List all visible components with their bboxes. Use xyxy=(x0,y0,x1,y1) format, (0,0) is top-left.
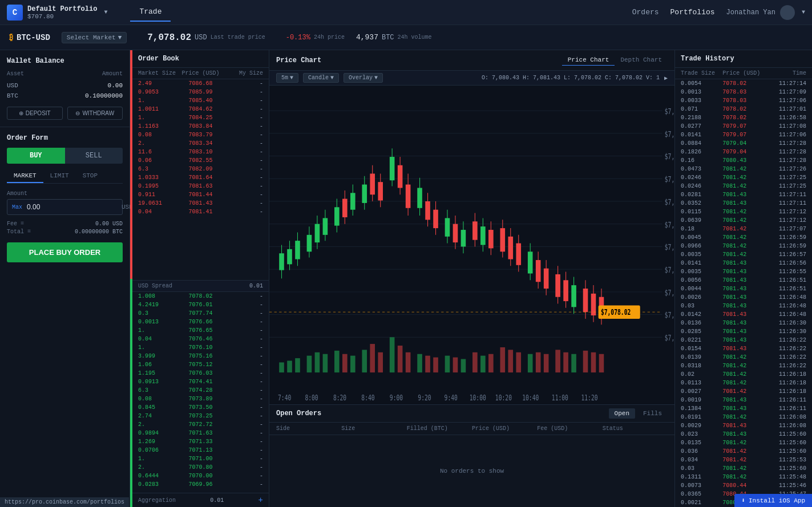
buy-order-row[interactable]: 4.2419 7076.01 - xyxy=(132,301,269,309)
sell-order-row[interactable]: 0.911 7081.44 - xyxy=(132,190,269,199)
sell-order-row[interactable]: 6.3 7082.09 - xyxy=(132,165,269,173)
svg-rect-117 xyxy=(480,356,486,372)
order-type-limit[interactable]: LIMIT xyxy=(43,169,76,183)
svg-rect-98 xyxy=(307,356,312,372)
agg-plus-btn[interactable]: + xyxy=(258,496,263,505)
sell-order-row[interactable]: 0.06 7082.55 - xyxy=(132,156,269,165)
trade-time: 11:26:18 xyxy=(765,380,806,386)
sell-order-row[interactable]: 1.0333 7081.64 - xyxy=(132,173,269,182)
user-avatar[interactable] xyxy=(780,5,795,20)
buy-price: 7076.10 xyxy=(180,344,221,351)
withdraw-btn[interactable]: ⊖ WITHDRAW xyxy=(67,107,123,120)
buy-order-row[interactable]: 2.74 7073.25 - xyxy=(132,412,269,420)
sell-my-size: - xyxy=(221,209,263,215)
deposit-btn[interactable]: ⊕ DEPOSIT xyxy=(7,107,63,120)
buy-order-row[interactable]: 0.6444 7070.00 - xyxy=(132,472,269,480)
buy-order-row[interactable]: 2. 7070.80 - xyxy=(132,463,269,472)
install-bar[interactable]: ⬇ Install iOS App xyxy=(734,494,812,507)
buy-order-row[interactable]: 1.008 7078.02 - xyxy=(132,292,269,301)
buy-order-row[interactable]: 3.999 7075.16 - xyxy=(132,352,269,360)
place-order-btn[interactable]: PLACE BUY ORDER xyxy=(7,242,123,262)
nav-portfolios[interactable]: Portfolios xyxy=(670,8,715,17)
sell-order-row[interactable]: 1.1163 7083.84 - xyxy=(132,122,269,131)
portfolio-info[interactable]: Default Portfolio $707.80 xyxy=(27,5,97,20)
buy-order-row[interactable]: 0.08 7073.89 - xyxy=(132,395,269,403)
overlay-chevron: ▼ xyxy=(374,75,378,81)
sell-tab[interactable]: SELL xyxy=(65,148,123,164)
timeframe-selector[interactable]: 5m ▼ xyxy=(276,73,298,83)
buy-tab[interactable]: BUY xyxy=(7,148,65,164)
portfolio-dropdown-icon[interactable]: ▼ xyxy=(104,9,107,15)
trade-time: 11:26:18 xyxy=(765,388,806,395)
nav-orders[interactable]: Orders xyxy=(632,8,659,17)
buy-order-row[interactable]: 0.845 7073.50 - xyxy=(132,403,269,412)
sell-order-row[interactable]: 0.08 7083.79 - xyxy=(132,131,269,139)
buy-order-row[interactable]: 6.3 7074.28 - xyxy=(132,386,269,395)
sell-order-row[interactable]: 1. 7084.25 - xyxy=(132,113,269,122)
nav-tab-trade[interactable]: Trade xyxy=(130,3,171,22)
buy-my-size: - xyxy=(221,396,263,402)
sell-order-row[interactable]: 19.0631 7081.43 - xyxy=(132,199,269,208)
svg-rect-28 xyxy=(295,241,300,259)
chart-type-selector[interactable]: Candle ▼ xyxy=(303,73,339,83)
sell-order-row[interactable]: 1. 7085.40 - xyxy=(132,96,269,105)
list-item: 0.0035 7081.43 11:26:55 xyxy=(675,267,812,276)
sell-order-row[interactable]: 2.49 7086.68 - xyxy=(132,79,269,88)
buy-order-row[interactable]: 0.0283 7069.96 - xyxy=(132,480,269,489)
trade-time: 11:26:59 xyxy=(765,243,806,249)
trade-size: 0.034 xyxy=(681,457,722,463)
buy-order-row[interactable]: 1.06 7075.12 - xyxy=(132,360,269,369)
trade-time: 11:27:12 xyxy=(765,217,806,224)
svg-text:10:00: 10:00 xyxy=(470,393,486,402)
order-type-stop[interactable]: STOP xyxy=(76,169,104,183)
sell-order-row[interactable]: 0.1995 7081.63 - xyxy=(132,182,269,190)
svg-rect-90 xyxy=(583,289,588,312)
max-link[interactable]: Max xyxy=(7,204,22,210)
open-orders: Open Orders Open Fills Side Size Filled … xyxy=(269,404,674,507)
sell-order-row[interactable]: 11.6 7083.10 - xyxy=(132,148,269,156)
trade-size: 0.18 xyxy=(681,226,722,232)
buy-my-size: - xyxy=(221,327,263,334)
amount-input[interactable] xyxy=(22,200,117,214)
svg-text:$7,100: $7,100 xyxy=(665,265,674,274)
trade-time: 11:26:56 xyxy=(765,260,806,266)
buy-order-row[interactable]: 0.0913 7074.41 - xyxy=(132,378,269,386)
overlay-selector[interactable]: Overlay ▼ xyxy=(344,73,383,83)
tab-depth-chart[interactable]: Depth Chart xyxy=(615,55,668,66)
sell-order-row[interactable]: 0.9053 7085.99 - xyxy=(132,88,269,96)
buy-order-row[interactable]: 1. 7076.10 - xyxy=(132,343,269,352)
buy-order-row[interactable]: 1.269 7071.33 - xyxy=(132,437,269,446)
sell-order-row[interactable]: 0.04 7081.41 - xyxy=(132,208,269,216)
tab-price-chart[interactable]: Price Chart xyxy=(562,55,615,66)
user-dropdown-icon[interactable]: ▼ xyxy=(802,9,805,15)
sell-order-row[interactable]: 2. 7083.34 - xyxy=(132,139,269,148)
trade-size: 0.0013 xyxy=(681,89,722,95)
open-tab[interactable]: Open xyxy=(609,408,635,419)
buy-order-row[interactable]: 0.0706 7071.13 - xyxy=(132,446,269,455)
svg-rect-109 xyxy=(406,352,411,372)
buy-order-row[interactable]: 0.0013 7076.66 - xyxy=(132,318,269,326)
trade-size: 0.0281 xyxy=(681,192,722,198)
trade-size: 0.036 xyxy=(681,448,722,455)
buy-order-row[interactable]: 0.3 7077.74 - xyxy=(132,309,269,318)
sell-order-row[interactable]: 1.0011 7084.62 - xyxy=(132,105,269,113)
select-market-btn[interactable]: Select Market ▼ xyxy=(62,32,127,43)
buy-order-row[interactable]: 0.9894 7071.63 - xyxy=(132,429,269,437)
buy-order-row[interactable]: 1. 7071.00 - xyxy=(132,455,269,463)
fills-tab[interactable]: Fills xyxy=(637,408,668,419)
buy-order-row[interactable]: 2. 7072.72 - xyxy=(132,420,269,429)
buy-my-size: - xyxy=(221,344,263,351)
order-type-market[interactable]: MARKET xyxy=(7,169,43,183)
list-item: 0.0029 7081.43 11:26:08 xyxy=(675,421,812,430)
buy-order-row[interactable]: 0.04 7076.46 - xyxy=(132,335,269,343)
buy-order-row[interactable]: 1. 7076.65 - xyxy=(132,326,269,335)
trade-size: 0.0035 xyxy=(681,252,722,258)
chart-container[interactable]: $7,135 $7,130 $7,125 $7,120 $7,115 $7,11… xyxy=(269,86,674,404)
order-book-title: Order Book xyxy=(138,55,179,63)
sell-size: 0.911 xyxy=(138,192,180,198)
buy-order-row[interactable]: 1.195 7076.03 - xyxy=(132,369,269,378)
trade-size: 0.0054 xyxy=(681,80,722,87)
svg-rect-99 xyxy=(315,352,320,372)
chart-header: Price Chart Price Chart Depth Chart xyxy=(269,50,674,71)
list-item: 0.0115 7081.42 11:27:12 xyxy=(675,208,812,216)
